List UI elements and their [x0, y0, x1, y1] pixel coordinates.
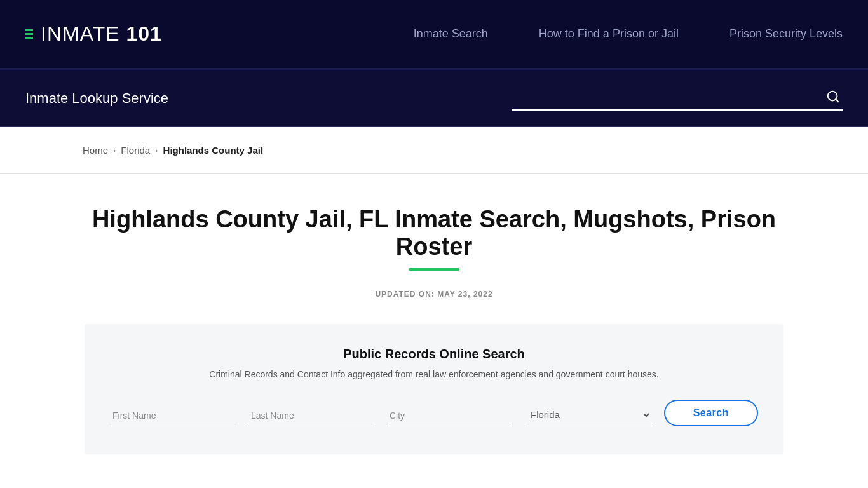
- search-service-label: Inmate Lookup Service: [25, 90, 168, 107]
- breadcrumb-section: Home › Florida › Highlands County Jail: [0, 127, 868, 174]
- nav-item-find-prison[interactable]: How to Find a Prison or Jail: [539, 27, 679, 41]
- state-field: Florida: [526, 403, 651, 426]
- page-title: Highlands County Jail, FL Inmate Search,…: [83, 206, 785, 261]
- first-name-input[interactable]: [110, 405, 236, 426]
- logo-text: INMATE 101: [41, 22, 162, 46]
- last-name-field: [248, 405, 374, 426]
- breadcrumb-home[interactable]: Home: [83, 145, 108, 156]
- last-name-input[interactable]: [248, 405, 374, 426]
- breadcrumb-separator-1: ›: [113, 146, 116, 155]
- svg-line-1: [836, 99, 838, 102]
- breadcrumb: Home › Florida › Highlands County Jail: [83, 145, 785, 156]
- nav-link-inmate-search[interactable]: Inmate Search: [414, 27, 488, 40]
- top-nav: INMATE 101 Inmate Search How to Find a P…: [0, 0, 868, 70]
- logo-icon: [25, 29, 33, 39]
- logo-link[interactable]: INMATE 101: [25, 22, 162, 46]
- city-field: [387, 405, 513, 426]
- first-name-field: [110, 405, 236, 426]
- breadcrumb-current: Highlands County Jail: [163, 145, 264, 156]
- search-bar-wrapper: [512, 86, 843, 111]
- search-box-title: Public Records Online Search: [110, 347, 758, 362]
- breadcrumb-separator-2: ›: [155, 146, 158, 155]
- nav-link-security-levels[interactable]: Prison Security Levels: [729, 27, 843, 40]
- updated-label: UPDATED ON: MAY 23, 2022: [83, 290, 785, 299]
- nav-item-inmate-search[interactable]: Inmate Search: [414, 27, 488, 41]
- nav-link-find-prison[interactable]: How to Find a Prison or Jail: [539, 27, 679, 40]
- search-section: Inmate Lookup Service: [0, 70, 868, 127]
- nav-item-security-levels[interactable]: Prison Security Levels: [729, 27, 843, 41]
- search-bar-icon[interactable]: [826, 90, 840, 107]
- breadcrumb-state[interactable]: Florida: [121, 145, 150, 156]
- search-bar-input[interactable]: [512, 86, 843, 111]
- search-box: Public Records Online Search Criminal Re…: [85, 324, 783, 454]
- state-select[interactable]: Florida: [526, 403, 651, 426]
- city-input[interactable]: [387, 405, 513, 426]
- search-box-subtitle: Criminal Records and Contact Info aggreg…: [110, 369, 758, 379]
- nav-links: Inmate Search How to Find a Prison or Ja…: [414, 27, 843, 41]
- search-form: Florida Search: [110, 400, 758, 426]
- title-underline: [409, 268, 459, 271]
- logo-inmate: INMATE: [41, 22, 126, 45]
- search-button[interactable]: Search: [664, 400, 758, 426]
- logo-num: 101: [126, 22, 161, 45]
- main-content: Highlands County Jail, FL Inmate Search,…: [0, 174, 868, 480]
